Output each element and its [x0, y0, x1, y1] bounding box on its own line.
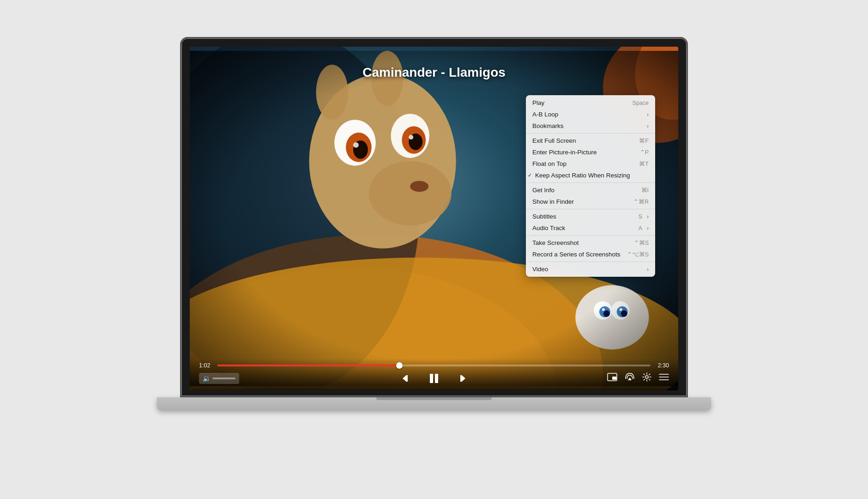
svg-marker-30	[403, 375, 406, 382]
menu-item-play[interactable]: Play Space	[526, 97, 655, 109]
menu-item-pip[interactable]: Enter Picture-in-Picture ⌃P	[526, 146, 655, 158]
menu-arrow-subtitles: ›	[647, 213, 649, 220]
svg-rect-31	[406, 375, 408, 382]
checkmark-aspect-ratio: ✓	[528, 172, 532, 178]
progress-row: 1:02 2:30	[199, 362, 669, 369]
menu-arrow-ab-loop: ›	[647, 111, 649, 118]
separator-1	[526, 133, 655, 134]
volume-bar[interactable]	[212, 377, 235, 379]
svg-rect-33	[435, 374, 438, 383]
menu-shortcut-subtitles: S	[639, 213, 642, 220]
pip-icon[interactable]	[607, 373, 617, 383]
menu-arrow-audio-track: ›	[647, 225, 649, 231]
menu-item-exit-fullscreen[interactable]: Exit Full Screen ⌘F	[526, 135, 655, 146]
menu-shortcut-play: Space	[633, 100, 649, 106]
menu-item-ab-loop[interactable]: A-B Loop ›	[526, 109, 655, 120]
separator-5	[526, 262, 655, 262]
playlist-icon[interactable]	[659, 373, 669, 383]
separator-4	[526, 235, 655, 236]
menu-label-show-finder: Show in Finder	[532, 198, 574, 205]
context-menu[interactable]: Play Space A-B Loop › Bookmarks › Exit F…	[526, 95, 655, 277]
menu-label-ab-loop: A-B Loop	[532, 111, 558, 118]
menu-label-subtitles: Subtitles	[532, 213, 556, 220]
laptop-screen-inner: Caminander - Llamigos Play Space A-B Loo…	[190, 47, 678, 390]
skip-back-button[interactable]	[399, 371, 414, 386]
video-title: Caminander - Llamigos	[362, 65, 506, 80]
total-time: 2:30	[655, 362, 669, 369]
volume-button[interactable]: 🔉	[199, 373, 239, 384]
svg-rect-35	[460, 375, 462, 382]
pause-button[interactable]	[427, 371, 441, 386]
laptop-screen-outer: Caminander - Llamigos Play Space A-B Loo…	[180, 37, 688, 397]
menu-item-aspect-ratio[interactable]: ✓ Keep Aspect Ratio When Resizing	[526, 170, 655, 181]
menu-item-get-info[interactable]: Get Info ⌘I	[526, 184, 655, 196]
menu-label-video: Video	[532, 266, 548, 273]
current-time: 1:02	[199, 362, 213, 369]
controls-row: 🔉	[199, 372, 669, 384]
menu-label-exit-fullscreen: Exit Full Screen	[532, 137, 576, 144]
menu-shortcut-audio-track: A	[639, 225, 642, 231]
menu-item-subtitles[interactable]: Subtitles S ›	[526, 211, 655, 222]
menu-item-series-screenshots[interactable]: Record a Series of Screenshots ⌃⌥⌘S	[526, 249, 655, 260]
menu-shortcut-show-finder: ⌃⌘R	[633, 198, 649, 205]
separator-2	[526, 183, 655, 183]
menu-item-float-top[interactable]: Float on Top ⌘T	[526, 158, 655, 170]
separator-3	[526, 209, 655, 209]
airplay-icon[interactable]	[625, 372, 635, 384]
settings-icon[interactable]	[642, 372, 651, 384]
menu-item-audio-track[interactable]: Audio Track A ›	[526, 222, 655, 234]
controls-right	[607, 372, 669, 384]
menu-label-pip: Enter Picture-in-Picture	[532, 149, 597, 156]
menu-item-video[interactable]: Video ›	[526, 263, 655, 275]
svg-rect-37	[612, 377, 616, 380]
menu-shortcut-pip: ⌃P	[640, 149, 649, 156]
progress-fill	[217, 365, 399, 366]
menu-label-screenshot: Take Screenshot	[532, 239, 579, 246]
menu-label-float-top: Float on Top	[532, 160, 567, 167]
menu-item-bookmarks[interactable]: Bookmarks ›	[526, 120, 655, 132]
menu-shortcut-series-screenshots: ⌃⌥⌘S	[627, 251, 649, 258]
progress-thumb[interactable]	[396, 362, 403, 369]
progress-bar[interactable]	[217, 365, 651, 366]
menu-label-series-screenshots: Record a Series of Screenshots	[532, 251, 621, 258]
menu-arrow-video: ›	[647, 266, 649, 273]
menu-shortcut-screenshot: ⌃⌘S	[634, 239, 649, 246]
skip-forward-button[interactable]	[454, 371, 469, 386]
menu-label-play: Play	[532, 99, 544, 106]
menu-label-bookmarks: Bookmarks	[532, 122, 564, 129]
player-controls: 1:02 2:30 🔉	[190, 359, 678, 390]
menu-shortcut-float-top: ⌘T	[639, 160, 649, 167]
svg-marker-34	[462, 375, 465, 382]
laptop-hinge	[376, 397, 492, 400]
volume-icon: 🔉	[203, 375, 211, 382]
laptop-base	[157, 397, 711, 410]
controls-center	[399, 371, 469, 386]
svg-marker-38	[628, 377, 632, 380]
menu-shortcut-get-info: ⌘I	[641, 187, 649, 194]
menu-label-audio-track: Audio Track	[532, 225, 565, 231]
controls-left: 🔉	[199, 373, 239, 384]
menu-item-screenshot[interactable]: Take Screenshot ⌃⌘S	[526, 237, 655, 249]
menu-label-get-info: Get Info	[532, 187, 555, 194]
svg-rect-32	[430, 374, 433, 383]
menu-item-show-finder[interactable]: Show in Finder ⌃⌘R	[526, 196, 655, 207]
menu-label-aspect-ratio: Keep Aspect Ratio When Resizing	[535, 172, 630, 179]
menu-arrow-bookmarks: ›	[647, 123, 649, 129]
svg-point-39	[645, 376, 648, 378]
menu-shortcut-exit-fullscreen: ⌘F	[639, 137, 649, 144]
laptop-container: Caminander - Llamigos Play Space A-B Loo…	[157, 37, 711, 462]
